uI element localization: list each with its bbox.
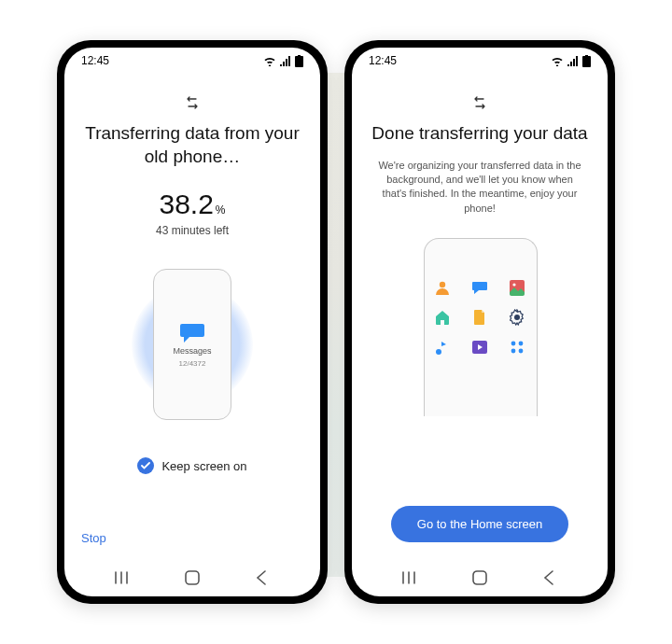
nav-home-button[interactable] — [469, 567, 490, 588]
music-icon — [434, 339, 451, 356]
transfer-arrows-icon — [472, 96, 487, 113]
nav-home-button[interactable] — [182, 567, 203, 588]
go-home-button[interactable]: Go to the Home screen — [391, 506, 568, 542]
phone-mockup-done: 12:45 Done transferring your data We're … — [344, 40, 615, 604]
settings-icon — [509, 309, 525, 326]
svg-point-9 — [511, 349, 516, 354]
svg-point-1 — [440, 282, 445, 287]
stop-button[interactable]: Stop — [81, 531, 106, 545]
svg-point-3 — [512, 284, 515, 287]
battery-icon — [582, 55, 591, 67]
status-time: 12:45 — [369, 54, 397, 67]
page-subtitle: We're organizing your transferred data i… — [369, 159, 591, 217]
checkbox-checked-icon — [137, 457, 154, 474]
svg-rect-11 — [473, 571, 486, 584]
signal-icon — [567, 56, 580, 66]
progress-percent-symbol: % — [216, 203, 226, 217]
keep-screen-on-checkbox[interactable]: Keep screen on — [137, 457, 246, 474]
messages-icon — [180, 322, 204, 343]
signal-icon — [279, 56, 292, 66]
navigation-bar — [64, 559, 320, 596]
contacts-icon — [434, 279, 451, 296]
keep-screen-on-label: Keep screen on — [161, 459, 246, 473]
status-icons — [263, 55, 303, 67]
svg-point-8 — [519, 342, 524, 346]
current-item-count: 12/4372 — [179, 359, 206, 368]
progress-percent: 38.2% — [159, 189, 225, 220]
nav-back-button[interactable] — [251, 567, 272, 588]
status-time: 12:45 — [81, 54, 109, 67]
messages-icon — [471, 279, 488, 296]
phone-mockup-transferring: 12:45 Transferring data from your old ph… — [57, 40, 328, 604]
gallery-icon — [509, 279, 525, 296]
wifi-icon — [551, 56, 564, 66]
page-title: Transferring data from your old phone… — [81, 122, 303, 168]
svg-point-10 — [519, 349, 524, 354]
page-title: Done transferring your data — [371, 122, 587, 146]
done-graphic — [424, 238, 536, 415]
nav-recents-button[interactable] — [113, 567, 133, 588]
nav-recents-button[interactable] — [400, 567, 421, 588]
svg-point-7 — [511, 342, 516, 346]
wifi-icon — [263, 56, 276, 66]
status-bar: 12:45 — [64, 48, 320, 74]
progress-graphic: Messages 12/4372 — [113, 256, 272, 433]
nav-back-button[interactable] — [539, 567, 559, 588]
navigation-bar — [352, 559, 608, 596]
svg-rect-0 — [186, 571, 199, 584]
apps-icon — [509, 339, 525, 356]
status-bar: 12:45 — [352, 48, 608, 74]
progress-percent-value: 38.2 — [159, 189, 213, 219]
svg-point-5 — [436, 349, 441, 355]
document-icon — [471, 309, 488, 326]
video-icon — [471, 339, 488, 356]
home-icon — [434, 309, 451, 326]
battery-icon — [295, 55, 303, 67]
current-item-label: Messages — [173, 346, 211, 356]
status-icons — [551, 55, 591, 67]
phone-outline-icon: Messages 12/4372 — [153, 269, 231, 420]
eta-text: 43 minutes left — [156, 224, 229, 237]
transfer-arrows-icon — [185, 96, 200, 113]
svg-point-4 — [514, 315, 520, 320]
